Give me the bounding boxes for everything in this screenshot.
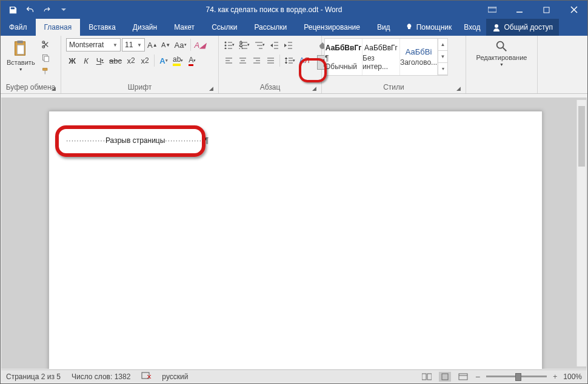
redo-icon[interactable] [41, 4, 53, 16]
qat-dropdown-icon[interactable] [58, 4, 70, 16]
zoom-out-icon[interactable]: − [475, 372, 480, 382]
ribbon: Вставить ▼ Буфер обмена◢ Montserrat▼ 11▼… [1, 36, 587, 94]
style-heading1[interactable]: АаБбВіЗаголово... [400, 39, 438, 75]
grow-font-icon[interactable]: A▲ [146, 38, 159, 51]
zoom-level[interactable]: 100% [563, 372, 582, 381]
svg-point-4 [495, 24, 498, 28]
save-icon[interactable] [7, 4, 19, 16]
format-painter-icon[interactable] [40, 65, 52, 77]
svg-rect-6 [18, 41, 23, 44]
styles-gallery[interactable]: АаБбВвГг¶ Обычный АаБбВвГгБез интер... А… [324, 38, 448, 76]
bullets-icon[interactable]: ▾ [222, 38, 236, 51]
login[interactable]: Вход [458, 19, 486, 36]
window-title: 74. как сделать поиск в ворде.odt - Word [70, 5, 478, 14]
web-layout-icon[interactable] [457, 372, 469, 382]
tab-layout[interactable]: Макет [165, 19, 203, 36]
justify-icon[interactable] [264, 54, 276, 67]
align-left-icon[interactable] [222, 54, 235, 67]
font-name-combo[interactable]: Montserrat▼ [66, 38, 121, 51]
close-icon[interactable] [560, 1, 587, 19]
clear-format-icon[interactable]: A◢ [193, 38, 207, 51]
tab-view[interactable]: Вид [369, 19, 399, 36]
status-bar: Страница 2 из 5 Число слов: 1382 русский… [1, 369, 587, 383]
paste-button[interactable]: Вставить ▼ [3, 37, 39, 74]
status-words[interactable]: Число слов: 1382 [72, 372, 130, 381]
svg-point-16 [225, 48, 227, 50]
styles-up-icon[interactable]: ▲ [438, 39, 447, 51]
tab-design[interactable]: Дизайн [124, 19, 165, 36]
align-center-icon[interactable] [236, 54, 249, 67]
svg-rect-54 [459, 374, 467, 380]
zoom-in-icon[interactable]: + [553, 372, 557, 381]
italic-icon[interactable]: К [80, 54, 92, 67]
editing-button[interactable]: Редактирование ▼ [473, 37, 531, 69]
tab-review[interactable]: Рецензирование [295, 19, 369, 36]
change-case-icon[interactable]: Aa▾ [173, 38, 188, 51]
copy-icon[interactable] [40, 51, 52, 64]
svg-point-48 [497, 42, 504, 48]
status-page[interactable]: Страница 2 из 5 [6, 372, 61, 381]
undo-icon[interactable] [24, 4, 36, 16]
sort-icon[interactable]: АЯ [298, 54, 311, 67]
multilevel-icon[interactable]: ▾ [253, 38, 266, 51]
highlight-annotation [55, 125, 205, 157]
status-proofing-icon[interactable] [141, 371, 151, 382]
svg-rect-7 [18, 45, 24, 54]
vertical-scrollbar[interactable] [576, 100, 586, 366]
svg-rect-53 [442, 374, 448, 380]
tab-references[interactable]: Ссылки [203, 19, 246, 36]
superscript-icon[interactable]: x2 [139, 54, 151, 67]
read-mode-icon[interactable] [421, 372, 433, 382]
style-nospacing[interactable]: АаБбВвГгБез интер... [362, 39, 400, 75]
dialog-launcher-icon[interactable]: ◢ [310, 85, 318, 93]
numbering-icon[interactable]: 123▾ [238, 38, 251, 51]
svg-rect-52 [427, 374, 432, 380]
align-right-icon[interactable] [250, 54, 262, 67]
tab-home[interactable]: Главная [36, 19, 81, 36]
share[interactable]: Общий доступ [486, 19, 559, 36]
shrink-font-icon[interactable]: A▼ [160, 38, 172, 51]
svg-text:3: 3 [239, 43, 243, 49]
dialog-launcher-icon[interactable]: ◢ [50, 85, 57, 93]
ribbon-tabs: Файл Главная Вставка Дизайн Макет Ссылки… [1, 19, 587, 36]
svg-rect-0 [488, 7, 496, 12]
style-normal[interactable]: АаБбВвГг¶ Обычный [325, 39, 362, 75]
underline-icon[interactable]: Ч▾ [94, 54, 106, 67]
tell-me[interactable]: Помощник [399, 19, 458, 36]
tab-insert[interactable]: Вставка [80, 19, 124, 36]
svg-point-14 [225, 45, 227, 47]
bold-icon[interactable]: Ж [66, 54, 78, 67]
svg-point-12 [225, 42, 227, 44]
svg-rect-3 [544, 7, 549, 13]
styles-more-icon[interactable]: ▾ [438, 63, 447, 75]
cut-icon[interactable] [40, 38, 52, 50]
strike-icon[interactable]: abc [108, 54, 123, 67]
minimize-icon[interactable] [506, 1, 533, 19]
dialog-launcher-icon[interactable]: ◢ [455, 85, 462, 93]
styles-down-icon[interactable]: ▼ [438, 51, 447, 63]
ribbon-options-icon[interactable] [478, 1, 506, 19]
tab-mailings[interactable]: Рассылки [246, 19, 295, 36]
highlight-icon[interactable]: ab▾ [172, 54, 184, 67]
print-layout-icon[interactable] [439, 372, 451, 382]
dialog-launcher-icon[interactable]: ◢ [207, 85, 215, 93]
svg-rect-51 [422, 374, 426, 380]
scroll-thumb[interactable] [578, 106, 585, 167]
maximize-icon[interactable] [533, 1, 560, 19]
zoom-slider[interactable] [486, 376, 547, 377]
font-size-combo[interactable]: 11▼ [122, 38, 145, 51]
subscript-icon[interactable]: x2 [125, 54, 137, 67]
title-bar: 74. как сделать поиск в ворде.odt - Word [1, 1, 587, 19]
font-color-icon[interactable]: A▾ [186, 54, 198, 67]
status-language[interactable]: русский [162, 372, 188, 381]
svg-rect-11 [44, 56, 49, 62]
group-clipboard-label: Буфер обмена◢ [3, 83, 58, 93]
line-spacing-icon[interactable]: ▾ [283, 54, 296, 67]
text-effects-icon[interactable]: A▾ [158, 54, 170, 67]
svg-line-49 [503, 48, 507, 51]
quick-access [1, 4, 70, 16]
indent-icon[interactable] [282, 38, 294, 51]
tab-file[interactable]: Файл [1, 19, 36, 36]
outdent-icon[interactable] [268, 38, 280, 51]
